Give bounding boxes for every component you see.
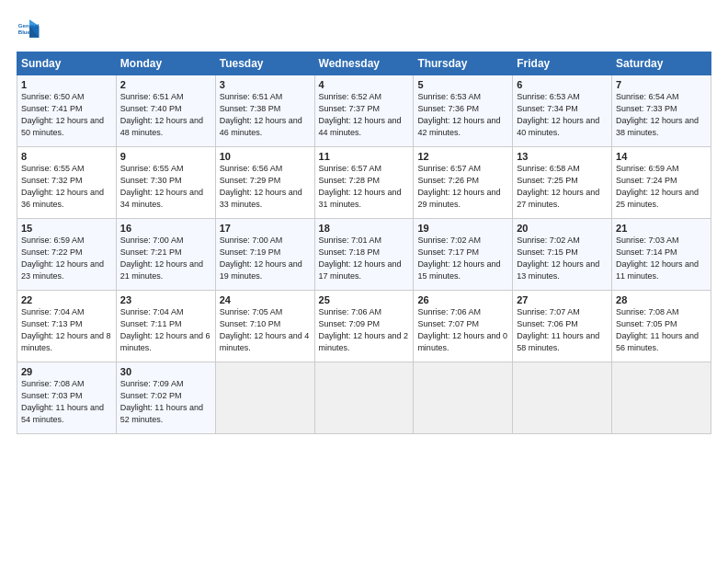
day-number: 14	[616, 151, 707, 162]
day-number: 7	[616, 79, 707, 90]
calendar-table: Sunday Monday Tuesday Wednesday Thursday…	[17, 52, 711, 434]
day-number: 3	[220, 79, 311, 90]
logo-icon: General Blue	[17, 17, 42, 42]
header-thursday: Thursday	[414, 52, 513, 75]
day-info: Sunrise: 6:57 AMSunset: 7:28 PMDaylight:…	[319, 164, 402, 209]
calendar-cell: 1 Sunrise: 6:50 AMSunset: 7:41 PMDayligh…	[17, 75, 117, 147]
day-info: Sunrise: 6:50 AMSunset: 7:41 PMDaylight:…	[21, 92, 104, 137]
calendar-cell: 28 Sunrise: 7:08 AMSunset: 7:05 PMDaylig…	[612, 291, 711, 362]
week-row-2: 8 Sunrise: 6:55 AMSunset: 7:32 PMDayligh…	[17, 147, 711, 219]
day-info: Sunrise: 6:58 AMSunset: 7:25 PMDaylight:…	[517, 164, 599, 209]
calendar-cell	[612, 362, 711, 434]
day-number: 6	[517, 79, 608, 90]
day-info: Sunrise: 7:09 AMSunset: 7:02 PMDaylight:…	[120, 379, 203, 424]
day-number: 5	[417, 79, 508, 90]
day-number: 12	[417, 151, 508, 162]
calendar-cell: 27 Sunrise: 7:07 AMSunset: 7:06 PMDaylig…	[513, 291, 612, 362]
calendar-cell: 11 Sunrise: 6:57 AMSunset: 7:28 PMDaylig…	[314, 147, 414, 219]
header-wednesday: Wednesday	[314, 52, 414, 75]
calendar-cell: 16 Sunrise: 7:00 AMSunset: 7:21 PMDaylig…	[116, 219, 215, 291]
header-saturday: Saturday	[612, 52, 711, 75]
calendar-cell: 20 Sunrise: 7:02 AMSunset: 7:15 PMDaylig…	[513, 219, 612, 291]
day-number: 4	[319, 79, 410, 90]
calendar-cell: 6 Sunrise: 6:53 AMSunset: 7:34 PMDayligh…	[513, 75, 612, 147]
day-info: Sunrise: 7:04 AMSunset: 7:11 PMDaylight:…	[120, 307, 210, 352]
day-info: Sunrise: 7:02 AMSunset: 7:15 PMDaylight:…	[517, 236, 599, 281]
day-number: 13	[517, 151, 608, 162]
day-info: Sunrise: 6:53 AMSunset: 7:34 PMDaylight:…	[517, 92, 599, 137]
day-number: 26	[417, 294, 508, 305]
day-number: 17	[220, 223, 311, 234]
calendar-cell: 9 Sunrise: 6:55 AMSunset: 7:30 PMDayligh…	[116, 147, 215, 219]
calendar-cell	[215, 362, 314, 434]
svg-text:Blue: Blue	[18, 29, 31, 35]
day-number: 20	[517, 223, 608, 234]
day-number: 23	[120, 294, 211, 305]
day-number: 10	[220, 151, 311, 162]
week-row-1: 1 Sunrise: 6:50 AMSunset: 7:41 PMDayligh…	[17, 75, 711, 147]
day-info: Sunrise: 6:51 AMSunset: 7:38 PMDaylight:…	[220, 92, 302, 137]
day-info: Sunrise: 6:57 AMSunset: 7:26 PMDaylight:…	[417, 164, 500, 209]
calendar-cell: 7 Sunrise: 6:54 AMSunset: 7:33 PMDayligh…	[612, 75, 711, 147]
svg-text:General: General	[18, 22, 40, 29]
day-info: Sunrise: 7:08 AMSunset: 7:05 PMDaylight:…	[616, 307, 699, 352]
calendar-cell: 17 Sunrise: 7:00 AMSunset: 7:19 PMDaylig…	[215, 219, 314, 291]
calendar-cell: 23 Sunrise: 7:04 AMSunset: 7:11 PMDaylig…	[116, 291, 215, 362]
logo: General Blue	[17, 17, 46, 42]
day-number: 11	[319, 151, 410, 162]
calendar-cell: 2 Sunrise: 6:51 AMSunset: 7:40 PMDayligh…	[116, 75, 215, 147]
day-info: Sunrise: 7:00 AMSunset: 7:21 PMDaylight:…	[120, 236, 203, 281]
calendar-cell: 19 Sunrise: 7:02 AMSunset: 7:17 PMDaylig…	[414, 219, 513, 291]
day-number: 16	[120, 223, 211, 234]
day-number: 22	[21, 294, 112, 305]
calendar-cell: 12 Sunrise: 6:57 AMSunset: 7:26 PMDaylig…	[414, 147, 513, 219]
header-sunday: Sunday	[17, 52, 117, 75]
day-info: Sunrise: 7:07 AMSunset: 7:06 PMDaylight:…	[517, 307, 599, 352]
day-info: Sunrise: 7:01 AMSunset: 7:18 PMDaylight:…	[319, 236, 402, 281]
header-friday: Friday	[513, 52, 612, 75]
day-number: 8	[21, 151, 112, 162]
day-info: Sunrise: 7:04 AMSunset: 7:13 PMDaylight:…	[21, 307, 111, 352]
day-number: 21	[616, 223, 707, 234]
calendar-cell: 22 Sunrise: 7:04 AMSunset: 7:13 PMDaylig…	[17, 291, 117, 362]
week-row-5: 29 Sunrise: 7:08 AMSunset: 7:03 PMDaylig…	[17, 362, 711, 434]
week-row-4: 22 Sunrise: 7:04 AMSunset: 7:13 PMDaylig…	[17, 291, 711, 362]
day-info: Sunrise: 6:53 AMSunset: 7:36 PMDaylight:…	[417, 92, 500, 137]
calendar-cell: 18 Sunrise: 7:01 AMSunset: 7:18 PMDaylig…	[314, 219, 414, 291]
day-info: Sunrise: 6:55 AMSunset: 7:30 PMDaylight:…	[120, 164, 203, 209]
calendar-cell	[314, 362, 414, 434]
day-number: 24	[220, 294, 311, 305]
day-info: Sunrise: 7:05 AMSunset: 7:10 PMDaylight:…	[220, 307, 310, 352]
day-number: 27	[517, 294, 608, 305]
day-number: 9	[120, 151, 211, 162]
day-info: Sunrise: 7:00 AMSunset: 7:19 PMDaylight:…	[220, 236, 302, 281]
day-info: Sunrise: 6:51 AMSunset: 7:40 PMDaylight:…	[120, 92, 203, 137]
calendar-cell: 8 Sunrise: 6:55 AMSunset: 7:32 PMDayligh…	[17, 147, 117, 219]
day-info: Sunrise: 6:59 AMSunset: 7:22 PMDaylight:…	[21, 236, 104, 281]
day-info: Sunrise: 6:56 AMSunset: 7:29 PMDaylight:…	[220, 164, 302, 209]
week-row-3: 15 Sunrise: 6:59 AMSunset: 7:22 PMDaylig…	[17, 219, 711, 291]
day-info: Sunrise: 7:02 AMSunset: 7:17 PMDaylight:…	[417, 236, 500, 281]
calendar-cell: 25 Sunrise: 7:06 AMSunset: 7:09 PMDaylig…	[314, 291, 414, 362]
calendar-cell: 3 Sunrise: 6:51 AMSunset: 7:38 PMDayligh…	[215, 75, 314, 147]
day-info: Sunrise: 6:55 AMSunset: 7:32 PMDaylight:…	[21, 164, 104, 209]
calendar-cell: 30 Sunrise: 7:09 AMSunset: 7:02 PMDaylig…	[116, 362, 215, 434]
calendar-cell: 24 Sunrise: 7:05 AMSunset: 7:10 PMDaylig…	[215, 291, 314, 362]
calendar-cell: 26 Sunrise: 7:06 AMSunset: 7:07 PMDaylig…	[414, 291, 513, 362]
day-info: Sunrise: 6:59 AMSunset: 7:24 PMDaylight:…	[616, 164, 699, 209]
calendar-cell: 29 Sunrise: 7:08 AMSunset: 7:03 PMDaylig…	[17, 362, 117, 434]
day-number: 2	[120, 79, 211, 90]
calendar-cell: 10 Sunrise: 6:56 AMSunset: 7:29 PMDaylig…	[215, 147, 314, 219]
day-number: 1	[21, 79, 112, 90]
day-info: Sunrise: 7:06 AMSunset: 7:09 PMDaylight:…	[319, 307, 409, 352]
day-info: Sunrise: 6:52 AMSunset: 7:37 PMDaylight:…	[319, 92, 402, 137]
day-info: Sunrise: 6:54 AMSunset: 7:33 PMDaylight:…	[616, 92, 699, 137]
calendar-cell: 13 Sunrise: 6:58 AMSunset: 7:25 PMDaylig…	[513, 147, 612, 219]
calendar-cell: 14 Sunrise: 6:59 AMSunset: 7:24 PMDaylig…	[612, 147, 711, 219]
day-info: Sunrise: 7:03 AMSunset: 7:14 PMDaylight:…	[616, 236, 699, 281]
calendar-cell: 15 Sunrise: 6:59 AMSunset: 7:22 PMDaylig…	[17, 219, 117, 291]
calendar-cell: 21 Sunrise: 7:03 AMSunset: 7:14 PMDaylig…	[612, 219, 711, 291]
calendar-cell	[513, 362, 612, 434]
page: General Blue Sunday Monday Tuesday Wedne…	[0, 0, 728, 563]
day-info: Sunrise: 7:06 AMSunset: 7:07 PMDaylight:…	[417, 307, 507, 352]
